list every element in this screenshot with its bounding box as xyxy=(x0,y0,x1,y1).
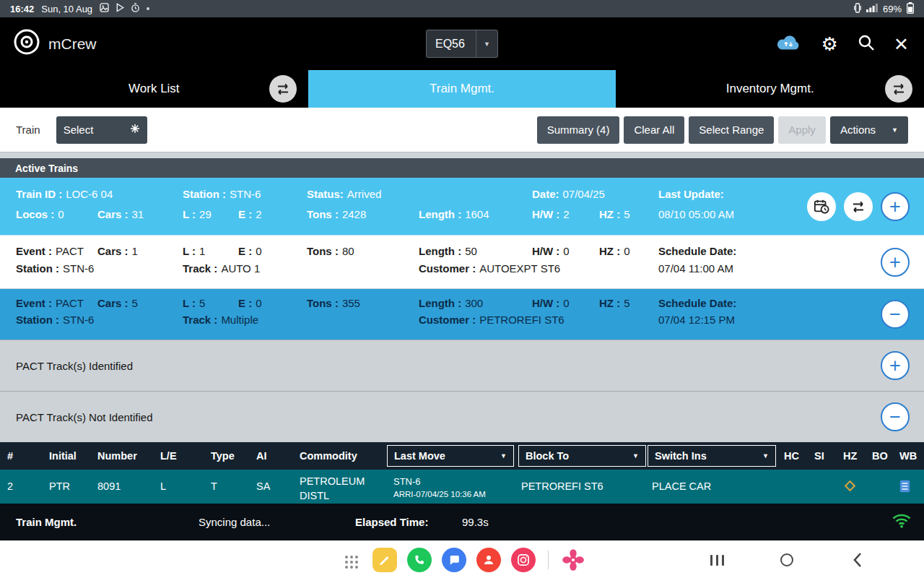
field-schedule-date-label: Schedule Date: xyxy=(658,297,740,309)
car-table-header: # Initial Number L/E Type AI Commodity L… xyxy=(0,442,924,470)
image-notification-icon xyxy=(100,3,109,14)
search-icon[interactable] xyxy=(858,34,875,54)
flower-app-icon[interactable] xyxy=(561,548,585,572)
field-cars: Cars :1 xyxy=(97,245,138,257)
chevron-down-icon: ▼ xyxy=(632,452,639,460)
collapse-pact-not-identified-button[interactable]: − xyxy=(881,402,910,431)
clear-all-button[interactable]: Clear All xyxy=(624,116,684,144)
messages-app-icon[interactable] xyxy=(442,548,466,572)
filter-bar: Train Select Summary (4) Clear All Selec… xyxy=(0,108,924,152)
divider-band xyxy=(0,152,924,158)
field-schedule-date-value: 07/04 11:00 AM xyxy=(658,262,733,275)
cloud-sync-icon[interactable] xyxy=(775,33,801,55)
select-range-button[interactable]: Select Range xyxy=(689,116,774,144)
gear-icon[interactable]: ⚙ xyxy=(821,35,837,53)
chevron-down-icon: ▼ xyxy=(500,452,507,460)
switch-ins-filter-dropdown[interactable]: Switch Ins ▼ xyxy=(648,445,776,467)
app-drawer-icon[interactable] xyxy=(345,556,358,569)
field-customer: Customer :PETROREFI ST6 xyxy=(419,314,565,326)
collapse-event-button[interactable]: − xyxy=(881,300,910,329)
actions-dropdown-button[interactable]: Actions ▼ xyxy=(830,116,908,144)
field-value: AUTOEXPT ST6 xyxy=(479,262,560,275)
field-label: Train ID : xyxy=(16,188,62,200)
field-value: Multiple xyxy=(221,314,258,326)
field-value: 0 xyxy=(624,245,629,257)
field-value: 07/04/25 xyxy=(563,188,605,200)
field-hw: H/W :0 xyxy=(532,245,570,257)
home-button[interactable] xyxy=(780,553,793,566)
field-date: Date:07/04/25 xyxy=(532,188,605,200)
swap-train-button[interactable] xyxy=(844,192,873,221)
expand-event-button[interactable]: + xyxy=(881,248,910,277)
expand-pact-identified-button[interactable]: + xyxy=(881,351,910,380)
field-value: STN-6 xyxy=(63,262,94,275)
swap-icon[interactable] xyxy=(885,75,912,103)
active-train-row[interactable]: Train ID :LOC-6 04 Station :STN-6 Status… xyxy=(0,178,924,236)
camera-app-icon[interactable] xyxy=(511,548,536,572)
field-label: Station : xyxy=(16,314,59,326)
field-station: Station :STN-6 xyxy=(183,188,261,200)
cell-block-to: PETROREFI ST6 xyxy=(521,480,603,492)
schedule-calendar-button[interactable] xyxy=(807,192,836,221)
cell-ai: SA xyxy=(256,480,270,492)
summary-button[interactable]: Summary (4) xyxy=(537,116,620,144)
tab-label: Work List xyxy=(128,82,180,96)
train-select-dropdown[interactable]: Select xyxy=(56,116,147,144)
elapsed-time-label: Elapsed Time: xyxy=(355,516,428,528)
field-label: Customer : xyxy=(419,314,476,326)
field-customer: Customer :AUTOEXPT ST6 xyxy=(419,262,560,275)
waybill-icon[interactable] xyxy=(899,480,910,495)
recents-button[interactable] xyxy=(710,555,724,566)
notes-app-icon[interactable] xyxy=(372,548,397,572)
field-label: Locos : xyxy=(16,208,54,220)
hazmat-diamond-icon xyxy=(845,480,856,492)
car-table-row[interactable]: 2 PTR 8091 L T SA PETROLEUM DISTL STN-6 … xyxy=(0,470,924,504)
tab-train-mgmt[interactable]: Train Mgmt. xyxy=(308,70,616,108)
close-icon[interactable]: × xyxy=(894,32,908,56)
col-bo: BO xyxy=(872,450,888,462)
field-train-id: Train ID :LOC-6 04 xyxy=(16,188,113,200)
field-label: Tons : xyxy=(307,208,339,220)
back-button[interactable] xyxy=(852,551,863,571)
chevron-down-icon: ▼ xyxy=(892,126,898,134)
cell-last-move-detail: ARRI-07/04/25 10:36 AM xyxy=(393,490,486,499)
active-trains-section-header: Active Trains xyxy=(0,158,924,178)
expand-train-button[interactable]: + xyxy=(881,192,910,221)
app-header: mCrew EQ56 ▼ ⚙ × xyxy=(0,17,924,70)
field-label: Station : xyxy=(16,262,59,275)
swap-icon[interactable] xyxy=(269,75,297,103)
field-label: Schedule Date: xyxy=(658,297,736,309)
phone-app-icon[interactable] xyxy=(407,548,432,572)
play-notification-icon xyxy=(116,3,124,14)
pact-not-identified-section[interactable]: PACT Track(s) Not Identified − xyxy=(0,391,924,442)
pact-identified-section[interactable]: PACT Track(s) Identified + xyxy=(0,340,924,391)
train-id-selector[interactable]: EQ56 ▼ xyxy=(426,30,498,58)
field-hz: HZ :0 xyxy=(599,245,630,257)
field-label: Track : xyxy=(183,314,217,326)
field-label: HZ : xyxy=(599,208,620,220)
asterisk-icon xyxy=(130,124,140,136)
tab-inventory-mgmt[interactable]: Inventory Mgmt. xyxy=(616,70,924,108)
col-hz: HZ xyxy=(843,450,857,462)
block-to-filter-dropdown[interactable]: Block To ▼ xyxy=(518,445,646,467)
last-move-filter-dropdown[interactable]: Last Move ▼ xyxy=(387,445,514,467)
more-notifications-dot xyxy=(147,7,149,10)
field-status: Status:Arrived xyxy=(307,188,381,200)
main-tab-bar: Work List Train Mgmt. Inventory Mgmt. xyxy=(0,70,924,108)
event-row[interactable]: Event :PACT Cars :1 L :1 E :0 Tons :80 L… xyxy=(0,236,924,289)
status-notification-icons xyxy=(100,3,149,14)
tab-work-list[interactable]: Work List xyxy=(0,70,308,108)
field-value: 2428 xyxy=(342,208,366,220)
contacts-app-icon[interactable] xyxy=(476,548,501,572)
field-cars: Cars :5 xyxy=(97,297,138,309)
apply-button[interactable]: Apply xyxy=(778,116,826,144)
field-loads: L :29 xyxy=(183,208,212,220)
section-title: PACT Track(s) Identified xyxy=(16,360,133,372)
col-ai: AI xyxy=(256,450,267,462)
field-hz: HZ :5 xyxy=(599,208,630,220)
field-label: Tons : xyxy=(307,297,339,309)
tab-label: Inventory Mgmt. xyxy=(726,82,814,96)
field-event: Event :PACT xyxy=(16,245,84,257)
event-row-selected[interactable]: Event :PACT Cars :5 L :5 E :0 Tons :355 … xyxy=(0,289,924,340)
field-value: 0 xyxy=(256,297,261,309)
